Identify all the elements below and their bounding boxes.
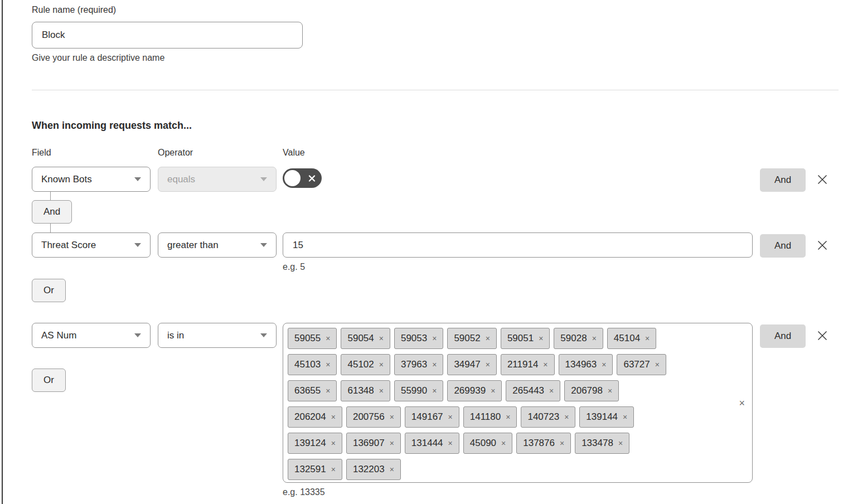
tag-remove-icon[interactable]: × [655, 361, 660, 369]
tag-label: 45103 [294, 359, 321, 370]
tag-label: 59054 [347, 333, 374, 344]
as-num-tag[interactable]: 269939× [447, 380, 502, 401]
as-num-tag[interactable]: 59028× [554, 328, 603, 349]
tag-label: 63655 [294, 385, 321, 396]
add-and-button[interactable]: And [760, 234, 806, 258]
as-num-tag[interactable]: 59053× [394, 328, 443, 349]
tag-remove-icon[interactable]: × [486, 335, 490, 342]
as-num-tag[interactable]: 63727× [617, 354, 666, 375]
add-and-button[interactable]: And [760, 168, 806, 192]
as-num-tag[interactable]: 45103× [288, 354, 337, 375]
tag-remove-icon[interactable]: × [432, 361, 437, 369]
as-num-tag[interactable]: 133478× [575, 433, 629, 454]
tag-remove-icon[interactable]: × [491, 387, 495, 395]
as-num-tag[interactable]: 132591× [288, 459, 342, 480]
tag-label: 55990 [401, 385, 427, 396]
tag-label: 136907 [353, 438, 385, 449]
as-num-tag[interactable]: 141180× [463, 406, 517, 428]
tag-label: 132203 [353, 464, 385, 475]
tag-remove-icon[interactable]: × [331, 466, 336, 473]
tag-row: 45103×45102×37963×34947×211914×134963×63… [288, 354, 748, 375]
delete-row-icon[interactable] [816, 329, 828, 342]
tag-remove-icon[interactable]: × [390, 413, 394, 421]
as-num-tag[interactable]: 59054× [341, 328, 390, 349]
tag-remove-icon[interactable]: × [539, 335, 543, 342]
tag-remove-icon[interactable]: × [326, 335, 330, 342]
as-num-tag[interactable]: 45102× [341, 354, 390, 375]
tag-remove-icon[interactable]: × [501, 439, 506, 447]
as-num-tag[interactable]: 45090× [463, 433, 512, 454]
tag-row: 132591×132203× [288, 459, 748, 480]
as-num-tag[interactable]: 139144× [579, 406, 634, 428]
as-num-tag[interactable]: 34947× [447, 354, 496, 375]
value-toggle-off[interactable] [283, 168, 322, 188]
tag-remove-icon[interactable]: × [331, 413, 336, 421]
chevron-down-icon [260, 243, 267, 247]
tag-remove-icon[interactable]: × [486, 361, 490, 369]
as-num-tag[interactable]: 200756× [346, 406, 401, 428]
tag-remove-icon[interactable]: × [623, 413, 627, 421]
as-num-tag[interactable]: 63655× [288, 380, 337, 401]
as-num-tag[interactable]: 136907× [346, 433, 401, 454]
connector-or-button[interactable]: Or [32, 369, 66, 392]
tag-remove-icon[interactable]: × [432, 335, 437, 342]
operator-select-greater-than[interactable]: greater than [158, 232, 277, 258]
tag-remove-icon[interactable]: × [549, 387, 554, 395]
tag-remove-icon[interactable]: × [506, 413, 510, 421]
tag-remove-icon[interactable]: × [560, 439, 564, 447]
tag-remove-icon[interactable]: × [390, 466, 394, 473]
delete-row-icon[interactable] [816, 173, 828, 186]
field-select-known-bots[interactable]: Known Bots [32, 167, 151, 192]
tag-remove-icon[interactable]: × [592, 335, 597, 342]
delete-row-icon[interactable] [816, 239, 828, 251]
tag-remove-icon[interactable]: × [448, 439, 453, 447]
tag-remove-icon[interactable]: × [379, 361, 384, 369]
as-num-tag[interactable]: 137876× [516, 433, 571, 454]
tag-remove-icon[interactable]: × [448, 413, 453, 421]
rule-name-input[interactable] [32, 22, 303, 49]
tag-remove-icon[interactable]: × [326, 387, 330, 395]
field-select-threat-score[interactable]: Threat Score [32, 232, 151, 258]
tag-remove-icon[interactable]: × [379, 335, 384, 342]
tag-remove-icon[interactable]: × [432, 387, 437, 395]
tag-remove-icon[interactable]: × [608, 387, 612, 395]
as-num-tag[interactable]: 140723× [521, 406, 575, 428]
tag-remove-icon[interactable]: × [564, 413, 569, 421]
tag-remove-icon[interactable]: × [645, 335, 650, 342]
tag-remove-icon[interactable]: × [326, 361, 330, 369]
as-num-tag[interactable]: 206798× [564, 380, 619, 401]
tag-label: 200756 [353, 411, 385, 423]
as-num-tag[interactable]: 265443× [506, 380, 560, 401]
value-hint: e.g. 13335 [283, 487, 753, 497]
tag-label: 133478 [582, 438, 613, 449]
as-num-tag[interactable]: 211914× [501, 354, 555, 375]
as-num-tag[interactable]: 132203× [346, 459, 401, 480]
operator-select-is-in[interactable]: is in [158, 323, 277, 348]
field-select-as-num[interactable]: AS Num [32, 323, 151, 348]
add-and-button[interactable]: And [760, 324, 806, 348]
as-num-tag[interactable]: 149167× [405, 406, 459, 428]
as-num-tag[interactable]: 134963× [559, 354, 613, 375]
value-input-threat-score[interactable] [283, 232, 753, 258]
as-num-tag[interactable]: 55990× [394, 380, 443, 401]
as-num-tag[interactable]: 59055× [288, 328, 337, 349]
connector-or-button[interactable]: Or [32, 279, 66, 302]
tag-remove-icon[interactable]: × [602, 361, 606, 369]
as-num-tag[interactable]: 59052× [447, 328, 496, 349]
as-num-tag[interactable]: 61348× [341, 380, 390, 401]
tag-remove-icon[interactable]: × [390, 439, 394, 447]
tag-remove-icon[interactable]: × [379, 387, 384, 395]
as-num-tag[interactable]: 59051× [501, 328, 550, 349]
as-num-tags[interactable]: 59055×59054×59053×59052×59051×59028×4510… [283, 323, 753, 483]
connector-and-button[interactable]: And [32, 200, 72, 224]
tag-remove-icon[interactable]: × [543, 361, 547, 369]
tag-label: 59051 [507, 333, 534, 344]
as-num-tag[interactable]: 37963× [394, 354, 443, 375]
as-num-tag[interactable]: 206204× [288, 406, 342, 428]
as-num-tag[interactable]: 139124× [288, 433, 342, 454]
clear-tags-icon[interactable]: × [739, 398, 745, 408]
as-num-tag[interactable]: 131444× [405, 433, 459, 454]
as-num-tag[interactable]: 45104× [607, 328, 656, 349]
tag-remove-icon[interactable]: × [331, 439, 336, 447]
tag-remove-icon[interactable]: × [618, 439, 623, 447]
